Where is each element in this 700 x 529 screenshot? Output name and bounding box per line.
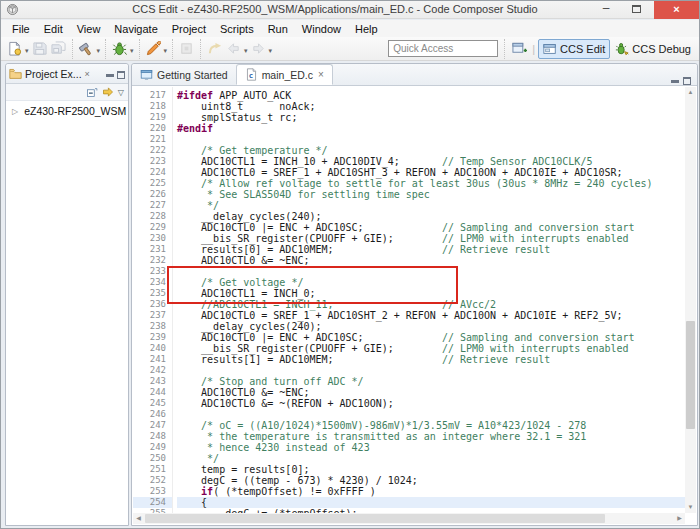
collapse-all-icon[interactable] — [86, 86, 98, 98]
horizontal-scroll-thumb[interactable] — [145, 514, 605, 523]
perspective-ccs-edit[interactable]: CCS Edit — [538, 39, 610, 59]
line-number: 239 — [133, 332, 172, 343]
code-line: ADC10CTL0 |= ENC + ADC10SC; // Sampling … — [177, 332, 685, 343]
tree-expander-icon[interactable]: ▷ — [12, 107, 18, 116]
close-button[interactable]: × — [654, 1, 699, 19]
code-line — [177, 134, 685, 145]
line-number: 224 — [133, 167, 172, 178]
folder-icon — [9, 67, 22, 80]
svg-text:c: c — [248, 71, 252, 80]
maximize-button[interactable] — [623, 1, 649, 19]
code-line: ADC10CTL0 &= ~(REFON + ADC10ON); — [177, 398, 685, 409]
line-number: 222 — [133, 145, 172, 156]
new-dropdown-icon[interactable]: ▾ — [25, 47, 29, 55]
new-button[interactable] — [5, 40, 24, 57]
vertical-scroll-thumb[interactable] — [686, 321, 695, 429]
code-line: #endif — [177, 123, 685, 134]
menu-edit[interactable]: Edit — [37, 22, 70, 36]
menu-run[interactable]: Run — [261, 22, 295, 36]
tab-close-icon[interactable]: × — [318, 69, 324, 80]
perspective-ccs-debug[interactable]: CCS Debug — [610, 39, 696, 59]
scroll-up-icon[interactable]: ▲ — [685, 87, 696, 98]
save-button[interactable] — [30, 40, 49, 57]
back-button[interactable] — [224, 40, 243, 57]
code-line: temp = results[0]; — [177, 464, 685, 475]
tab-getting-started[interactable]: Getting Started — [132, 64, 236, 85]
menubar: FileEditViewNavigateProjectScriptsRunWin… — [1, 20, 699, 37]
quick-access-input[interactable] — [388, 40, 498, 57]
tab-main-ed-c[interactable]: c main_ED.c × — [236, 64, 333, 85]
minimize-button[interactable]: – — [593, 1, 619, 19]
line-number: 240 — [133, 343, 172, 354]
code-line: */ — [177, 200, 685, 211]
horizontal-scrollbar[interactable]: ◀ ▶ — [133, 513, 685, 524]
line-number: 226 — [133, 189, 172, 200]
scroll-right-icon[interactable]: ▶ — [674, 513, 685, 524]
save-all-button[interactable] — [49, 40, 68, 57]
line-number: 219 — [133, 112, 172, 123]
target-config-button[interactable] — [177, 40, 196, 57]
debug-button[interactable] — [110, 40, 129, 57]
line-number: 232 — [133, 255, 172, 266]
line-number: 250 — [133, 453, 172, 464]
line-number: 252 — [133, 475, 172, 486]
vertical-scrollbar[interactable]: ▲ ▼ — [685, 87, 696, 513]
line-number: 225 — [133, 178, 172, 189]
view-close-icon[interactable]: × — [85, 69, 90, 79]
build-button[interactable] — [77, 40, 96, 57]
menu-navigate[interactable]: Navigate — [107, 22, 164, 36]
code-line: */ — [177, 453, 685, 464]
line-number: 237 — [133, 310, 172, 321]
project-tree-item[interactable]: ▷ eZ430-RF2500_WSM — [6, 101, 128, 117]
code-line: if( (*tempOffset) != 0xFFFF ) — [177, 486, 685, 497]
line-number: 228 — [133, 211, 172, 222]
forward-button[interactable] — [249, 40, 268, 57]
code-line: uint8_t noAck; — [177, 101, 685, 112]
back-dropdown-icon[interactable]: ▾ — [244, 47, 248, 55]
code-line: * hence 4230 instead of 423 — [177, 442, 685, 453]
project-explorer-tab[interactable]: Project Ex... — [25, 68, 82, 80]
flash-button[interactable] — [144, 40, 163, 57]
line-number: 229 — [133, 222, 172, 233]
menu-project[interactable]: Project — [165, 22, 213, 36]
code-line: /* Get temperature */ — [177, 145, 685, 156]
open-perspective-button[interactable] — [510, 40, 529, 57]
flash-dropdown-icon[interactable]: ▾ — [164, 47, 168, 55]
main-toolbar: ▾ ▾ ▾ ▾ — [1, 37, 699, 61]
editor-minimize-icon[interactable] — [671, 80, 679, 83]
line-number: 245 — [133, 398, 172, 409]
link-with-editor-icon[interactable] — [102, 86, 114, 98]
code-line: results[0] = ADC10MEM; // Retrieve resul… — [177, 244, 685, 255]
scroll-down-icon[interactable]: ▼ — [685, 502, 696, 513]
forward-dropdown-icon[interactable]: ▾ — [269, 47, 273, 55]
menu-window[interactable]: Window — [295, 22, 348, 36]
titlebar[interactable]: CCS Edit - eZ430-RF2500_WSM/Applications… — [1, 1, 699, 19]
code-line: __bis_SR_register(CPUOFF + GIE); // LPM0… — [177, 233, 685, 244]
line-number: 231 — [133, 244, 172, 255]
getting-started-icon — [140, 68, 153, 81]
code-line: ADC10CTL0 &= ~ENC; — [177, 387, 685, 398]
last-edit-location-button[interactable] — [205, 40, 224, 57]
view-maximize-icon[interactable] — [117, 71, 125, 79]
line-number: 220 — [133, 123, 172, 134]
highlight-box — [167, 266, 458, 304]
view-menu-icon[interactable]: ▽ — [118, 88, 124, 97]
build-dropdown-icon[interactable]: ▾ — [97, 47, 101, 55]
line-number: 227 — [133, 200, 172, 211]
menu-scripts[interactable]: Scripts — [213, 22, 261, 36]
line-number: 249 — [133, 442, 172, 453]
project-explorer-panel: Project Ex... × ▽ ▷ eZ430-RF2500_WSM — [5, 63, 129, 526]
debug-dropdown-icon[interactable]: ▾ — [130, 47, 134, 55]
line-number: 254 — [133, 497, 172, 508]
code-line: { — [177, 497, 685, 508]
scroll-left-icon[interactable]: ◀ — [133, 513, 144, 524]
menu-file[interactable]: File — [5, 22, 37, 36]
menu-help[interactable]: Help — [348, 22, 385, 36]
menu-view[interactable]: View — [70, 22, 108, 36]
c-file-icon: c — [245, 68, 258, 81]
editor-maximize-icon[interactable] — [683, 77, 691, 85]
view-minimize-icon[interactable] — [106, 74, 114, 77]
line-number: 244 — [133, 387, 172, 398]
code-line: /* Allow ref voltage to settle for at le… — [177, 178, 685, 189]
editor-tabbar: Getting Started c main_ED.c × — [132, 64, 697, 86]
